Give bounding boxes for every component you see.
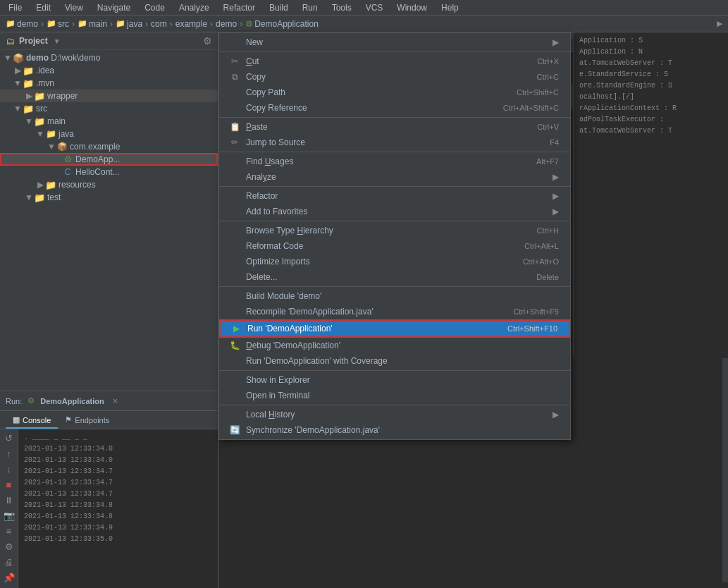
ctx-add-favorites[interactable]: Add to Favorites ▶ (219, 204, 570, 219)
menu-file[interactable]: File (6, 3, 25, 13)
ctx-synchronize[interactable]: 🔄 Synchronize 'DemoApplication.java' (219, 422, 570, 438)
console-tab-label: Console (23, 416, 51, 424)
tree-item-demo[interactable]: ▼ 📦 demo D:\wok\demo (0, 51, 218, 64)
tree-arrow-mvn: ▼ (13, 78, 23, 88)
project-panel-title: Project (19, 36, 48, 46)
ctx-reformat[interactable]: Reformat Code Ctrl+Alt+L (219, 238, 570, 254)
ctx-jump-source-label: Jump to Source (246, 137, 522, 147)
pin-button[interactable]: 📌 (2, 570, 16, 584)
project-dropdown-icon[interactable]: ▼ (54, 37, 61, 45)
stop-button[interactable]: ■ (2, 477, 16, 491)
tree-item-java[interactable]: ▼ 📁 java (0, 128, 218, 140)
scroll-down-button[interactable]: ↓ (2, 462, 16, 476)
run-icon: ⚙ (27, 396, 35, 405)
ctx-build-module[interactable]: Build Module 'demo' (219, 288, 570, 304)
console-line-6: 2021-01-13 12:33:34.8 (24, 500, 212, 511)
ctx-local-history[interactable]: Local History ▶ (219, 407, 570, 422)
ctx-copy-path[interactable]: Copy Path Ctrl+Shift+C (219, 85, 570, 100)
tab-console[interactable]: ▦ Console (6, 412, 58, 429)
tree-item-test[interactable]: ▼ 📁 test (0, 191, 218, 204)
ctx-jump-source[interactable]: ✏ Jump to Source F4 (219, 135, 570, 150)
run-label: Run: (6, 397, 22, 405)
tree-arrow-java: ▼ (35, 129, 45, 139)
ctx-paste-shortcut: Ctrl+V (537, 123, 559, 131)
ctx-paste[interactable]: 📋 Paste Ctrl+V (219, 119, 570, 135)
context-menu: New ▶ ✂ Cut Ctrl+X ⧉ Copy Ctrl+C Copy Pa… (218, 32, 571, 440)
ctx-copy[interactable]: ⧉ Copy Ctrl+C (219, 69, 570, 85)
tree-item-demoapplication[interactable]: ⚙ DemoApp... (0, 153, 218, 166)
tree-item-com-example[interactable]: ▼ 📦 com.example (0, 140, 218, 153)
console-line-5: 2021-01-13 12:33:34.7 (24, 489, 212, 500)
menu-run[interactable]: Run (300, 3, 321, 13)
ctx-cut[interactable]: ✂ Cut Ctrl+X (219, 54, 570, 69)
menu-view[interactable]: View (62, 3, 86, 13)
run-toolbar: ↺ ↑ ↓ ■ ⏸ 📷 ≡ ⚙ 🖨 📌 (0, 429, 18, 588)
log-line-7: rApplicationContext : R (579, 103, 722, 114)
tree-item-hello[interactable]: C HelloCont... (0, 166, 218, 178)
ctx-run[interactable]: ▶ Run 'DemoApplication' Ctrl+Shift+F10 (219, 319, 570, 338)
ctx-new-label: New (246, 37, 547, 47)
breadcrumb-src[interactable]: 📁 src (47, 19, 69, 29)
menu-vcs[interactable]: VCS (363, 3, 386, 13)
ctx-analyze[interactable]: Analyze ▶ (219, 169, 570, 185)
breadcrumb-demo[interactable]: 📁 demo (6, 19, 38, 29)
ctx-find-usages[interactable]: Find Usages Alt+F7 (219, 154, 570, 169)
tree-item-main[interactable]: ▼ 📁 main (0, 115, 218, 128)
filter-button[interactable]: ≡ (2, 524, 16, 538)
ctx-open-terminal[interactable]: Open in Terminal (219, 388, 570, 403)
tree-item-idea[interactable]: ▶ 📁 .idea (0, 64, 218, 77)
endpoints-tab-icon: ⚑ (65, 415, 72, 424)
ctx-refactor[interactable]: Refactor ▶ (219, 188, 570, 204)
menu-build[interactable]: Build (266, 3, 291, 13)
breadcrumb-demo2[interactable]: demo (216, 19, 237, 29)
breadcrumb-main[interactable]: 📁 main (78, 19, 107, 29)
console-line-1: 2021-01-13 12:33:34.0 (24, 443, 212, 455)
ctx-new[interactable]: New ▶ (219, 35, 570, 50)
rerun-button[interactable]: ↺ (2, 431, 16, 445)
pause-button[interactable]: ⏸ (2, 493, 16, 507)
menu-window[interactable]: Window (394, 3, 430, 13)
breadcrumb-demoapplication[interactable]: ⚙ DemoApplication (245, 19, 319, 29)
ctx-copy-ref[interactable]: Copy Reference Ctrl+Alt+Shift+C (219, 100, 570, 116)
tree-item-wrapper[interactable]: ▶ 📁 wrapper (0, 90, 218, 102)
ctx-delete-label: Delete... (246, 272, 508, 282)
menu-refactor[interactable]: Refactor (221, 3, 258, 13)
tree-item-src[interactable]: ▼ 📁 src (0, 102, 218, 115)
camera-button[interactable]: 📷 (2, 508, 16, 522)
ctx-show-explorer[interactable]: Show in Explorer (219, 372, 570, 388)
panel-settings-icon[interactable]: ⚙ (203, 35, 212, 47)
ctx-debug[interactable]: 🐛 Debug 'DemoApplication' (219, 338, 570, 353)
tree-arrow-demo: ▼ (3, 53, 13, 63)
run-tabs: ▦ Console ⚑ Endpoints (0, 411, 218, 429)
menu-help[interactable]: Help (438, 3, 462, 13)
ctx-run-coverage[interactable]: Run 'DemoApplication' with Coverage (219, 353, 570, 369)
scroll-up-button[interactable]: ↑ (2, 446, 16, 460)
idea-folder-icon: 📁 (23, 65, 34, 76)
tree-item-resources[interactable]: ▶ 📁 resources (0, 178, 218, 191)
breadcrumb-com[interactable]: com (151, 19, 167, 29)
ctx-delete[interactable]: Delete... Delete (219, 269, 570, 285)
breadcrumb-example[interactable]: example (175, 19, 207, 29)
menu-edit[interactable]: Edit (33, 3, 54, 13)
separator-3 (219, 152, 570, 152)
ctx-optimize[interactable]: Optimize Imports Ctrl+Alt+O (219, 254, 570, 269)
ctx-reformat-shortcut: Ctrl+Alt+L (524, 242, 559, 250)
menu-analyze[interactable]: Analyze (176, 3, 212, 13)
menu-tools[interactable]: Tools (329, 3, 354, 13)
ctx-jump-source-shortcut: F4 (550, 138, 559, 147)
ctx-recompile[interactable]: Recompile 'DemoApplication.java' Ctrl+Sh… (219, 304, 570, 319)
mvn-folder-icon: 📁 (23, 78, 34, 89)
run-close-button[interactable]: × (113, 396, 118, 406)
ctx-recompile-label: Recompile 'DemoApplication.java' (246, 307, 485, 317)
tab-endpoints[interactable]: ⚑ Endpoints (58, 412, 116, 429)
menu-code[interactable]: Code (142, 3, 168, 13)
demo-project-icon: 📦 (13, 52, 24, 63)
menu-navigate[interactable]: Navigate (94, 3, 133, 13)
ctx-local-history-label: Local History (246, 410, 547, 419)
console-line-spring: . ____ _ __ _ _ (24, 432, 212, 443)
tree-item-mvn[interactable]: ▼ 📁 .mvn (0, 77, 218, 90)
print-button[interactable]: 🖨 (2, 555, 16, 569)
ctx-browse-hierarchy[interactable]: Browse Type Hierarchy Ctrl+H (219, 223, 570, 238)
breadcrumb-java[interactable]: 📁 java (116, 19, 142, 29)
settings-button[interactable]: ⚙ (2, 539, 16, 553)
